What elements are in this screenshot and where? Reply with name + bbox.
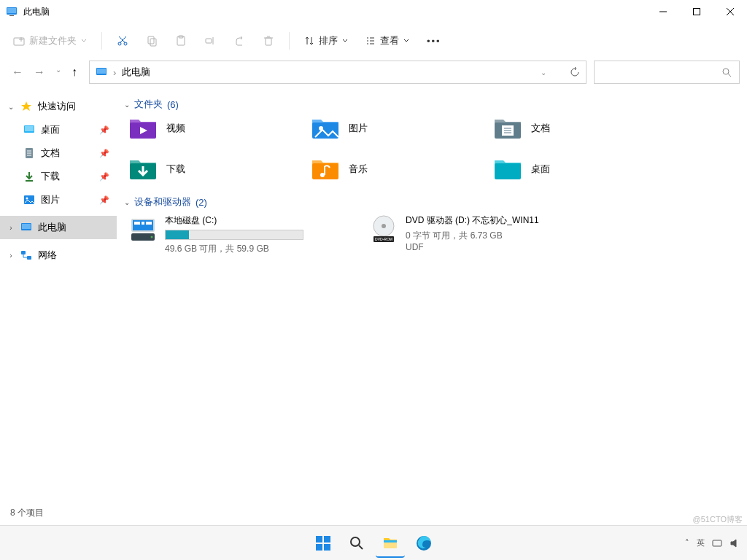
more-button[interactable]: ••• (419, 28, 449, 54)
maximize-button[interactable] (680, 0, 713, 23)
sidebar-item-label: 桌面 (41, 123, 60, 136)
pin-icon[interactable]: 📌 (99, 125, 109, 135)
taskbar-edge-button[interactable] (409, 529, 438, 558)
svg-marker-88 (731, 540, 736, 547)
sidebar-item-documents[interactable]: 文档 📌 (0, 141, 117, 165)
sidebar-item-label: 此电脑 (38, 221, 66, 234)
edge-icon (416, 535, 432, 551)
rename-button[interactable] (197, 28, 223, 54)
folder-music[interactable]: 音乐 (311, 158, 493, 181)
cut-icon (117, 35, 128, 47)
sidebar-item-label: 网络 (38, 249, 57, 262)
chevron-down-icon[interactable]: ⌄ (7, 103, 15, 111)
share-button[interactable] (226, 28, 252, 54)
address-dropdown[interactable]: ⌄ (541, 69, 546, 77)
address-bar[interactable]: › 此电脑 ⌄ (89, 61, 587, 84)
delete-button[interactable] (255, 28, 282, 54)
drive-filesystem: UDF (406, 242, 539, 252)
svg-point-73 (151, 236, 153, 238)
pin-icon[interactable]: 📌 (99, 149, 109, 158)
breadcrumb-this-pc[interactable]: 此电脑 (122, 66, 150, 79)
view-button[interactable]: 查看 (358, 28, 417, 54)
back-button[interactable]: ← (12, 66, 23, 79)
drive-c[interactable]: 本地磁盘 (C:) 49.6 GB 可用，共 59.9 GB (128, 214, 347, 255)
svg-rect-1 (7, 8, 16, 13)
picture-folder-icon (311, 117, 340, 140)
volume-tray-icon[interactable] (729, 538, 740, 548)
sidebar-item-desktop[interactable]: 桌面 📌 (0, 118, 117, 141)
search-box[interactable] (594, 61, 740, 84)
svg-rect-48 (21, 251, 26, 254)
nav-arrows: ← → ⌄ ↑ (7, 66, 82, 79)
svg-rect-87 (713, 540, 721, 546)
minimize-button[interactable] (646, 0, 680, 23)
download-folder-icon (128, 158, 158, 181)
svg-point-82 (351, 537, 360, 546)
folder-desktop[interactable]: 桌面 (493, 158, 676, 181)
drive-name: DVD 驱动器 (D:) 不忘初心_WIN11 (406, 214, 539, 227)
svg-point-45 (26, 198, 28, 200)
chevron-down-icon (403, 38, 409, 44)
svg-rect-79 (324, 536, 330, 542)
section-devices-header[interactable]: ⌄ 设备和驱动器 (2) (124, 195, 740, 209)
folder-downloads[interactable]: 下载 (128, 158, 311, 181)
forward-button[interactable]: → (34, 66, 45, 79)
taskbar-search-button[interactable] (342, 529, 371, 558)
share-icon (233, 35, 245, 47)
svg-rect-14 (148, 36, 154, 44)
pin-icon[interactable]: 📌 (99, 195, 109, 205)
paste-button[interactable] (168, 28, 194, 54)
sort-button[interactable]: 排序 (297, 28, 355, 54)
pin-icon[interactable]: 📌 (99, 172, 109, 182)
windows-icon (315, 535, 331, 551)
svg-rect-80 (316, 544, 322, 551)
folder-documents[interactable]: 文档 (493, 117, 676, 140)
sidebar-network[interactable]: › 网络 (0, 244, 117, 267)
sidebar-this-pc[interactable]: › 此电脑 (0, 216, 117, 239)
folder-pictures[interactable]: 图片 (311, 117, 493, 140)
sidebar-item-pictures[interactable]: 图片 📌 (0, 188, 117, 211)
chevron-right-icon[interactable]: › (7, 252, 15, 260)
svg-rect-44 (24, 195, 34, 204)
svg-marker-35 (21, 101, 31, 111)
tray-chevron-up-icon[interactable]: ˄ (685, 538, 689, 548)
toolbar: 新建文件夹 排序 查看 ••• (0, 23, 747, 58)
download-icon (23, 171, 35, 182)
new-folder-button[interactable]: 新建文件夹 (6, 28, 94, 54)
refresh-button[interactable] (570, 67, 580, 77)
folder-label: 文档 (531, 122, 550, 135)
ime-indicator[interactable]: 英 (697, 537, 705, 548)
network-tray-icon[interactable] (712, 538, 722, 548)
music-folder-icon (311, 158, 340, 181)
copy-button[interactable] (139, 28, 165, 54)
svg-point-33 (723, 69, 729, 74)
chevron-right-icon[interactable]: › (7, 224, 15, 232)
cut-button[interactable] (109, 28, 136, 54)
sidebar-item-downloads[interactable]: 下载 📌 (0, 165, 117, 188)
folder-videos[interactable]: 视频 (128, 117, 311, 140)
section-folders-header[interactable]: ⌄ 文件夹 (6) (124, 98, 740, 111)
document-icon (23, 147, 35, 159)
hdd-icon (128, 214, 158, 244)
svg-rect-49 (27, 256, 31, 260)
paste-icon (175, 35, 187, 47)
desktop-icon (23, 124, 35, 136)
folder-label: 音乐 (349, 163, 368, 176)
taskbar-explorer-button[interactable] (376, 529, 405, 558)
taskbar: ˄ 英 (0, 525, 747, 560)
start-button[interactable] (309, 529, 338, 558)
up-button[interactable]: ↑ (71, 66, 77, 79)
drive-d[interactable]: DVD-ROM DVD 驱动器 (D:) 不忘初心_WIN11 0 字节 可用，… (369, 214, 588, 255)
section-title: 文件夹 (134, 98, 163, 111)
recent-dropdown[interactable]: ⌄ (55, 66, 61, 79)
close-button[interactable] (713, 0, 747, 23)
section-count: (2) (196, 197, 207, 208)
svg-rect-20 (266, 38, 271, 45)
system-tray[interactable]: ˄ 英 (685, 537, 740, 548)
svg-text:DVD-ROM: DVD-ROM (375, 237, 392, 241)
sidebar-quick-access[interactable]: ⌄ 快速访问 (0, 95, 117, 118)
delete-icon (263, 35, 274, 47)
svg-point-10 (118, 42, 121, 45)
svg-line-83 (359, 545, 363, 549)
folder-label: 视频 (166, 122, 185, 135)
